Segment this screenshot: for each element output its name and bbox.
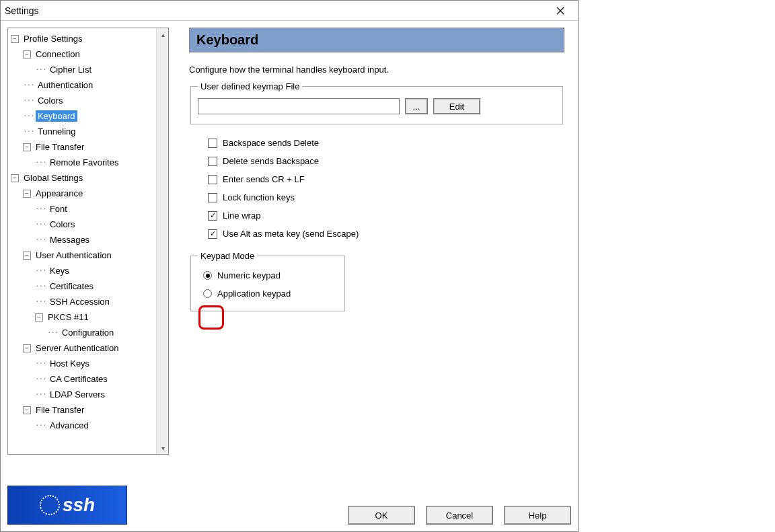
tree-leaf-icon: ···: [35, 235, 46, 244]
tree-file-transfer[interactable]: − File Transfer: [23, 139, 155, 155]
pane-header: Keyboard: [189, 28, 564, 52]
collapse-icon[interactable]: −: [11, 35, 19, 43]
tree-tunneling[interactable]: ···Tunneling: [23, 124, 155, 139]
tree-font[interactable]: ···Font: [35, 201, 155, 217]
checkbox-icon: [208, 229, 217, 239]
tree-certificates[interactable]: ···Certificates: [35, 278, 155, 294]
titlebar: Settings: [1, 1, 578, 21]
checkbox-enter-sends-crlf[interactable]: Enter sends CR + LF: [208, 174, 564, 184]
tree-leaf-icon: ···: [35, 158, 46, 167]
close-button[interactable]: [547, 1, 574, 20]
settings-pane: Keyboard Configure how the terminal hand…: [169, 28, 571, 471]
tree-leaf-icon: ···: [23, 96, 34, 105]
browse-button[interactable]: ...: [405, 98, 428, 114]
settings-window: Settings − Profile Settings: [0, 0, 579, 532]
tree-messages[interactable]: ···Messages: [35, 232, 155, 248]
keymap-file-input[interactable]: [198, 98, 400, 114]
scroll-down-icon[interactable]: ▾: [157, 442, 169, 454]
logo-dots-icon: [40, 495, 60, 515]
ok-button[interactable]: OK: [348, 506, 415, 525]
close-icon: [556, 7, 564, 15]
keypad-group-label: Keypad Mode: [198, 251, 257, 261]
tree-leaf-icon: ···: [35, 220, 46, 229]
keyboard-options: Backspace sends Delete Delete sends Back…: [208, 138, 564, 239]
settings-tree: − Profile Settings − Connection: [7, 28, 169, 455]
tree-keys[interactable]: ···Keys: [35, 263, 155, 278]
tree-user-authentication[interactable]: − User Authentication: [23, 248, 155, 263]
collapse-icon[interactable]: −: [23, 190, 31, 198]
collapse-icon[interactable]: −: [23, 344, 31, 352]
checkbox-icon: [208, 139, 217, 148]
checkbox-label: Delete sends Backspace: [223, 156, 319, 166]
collapse-icon[interactable]: −: [11, 174, 19, 182]
tree-leaf-icon: ···: [35, 421, 46, 430]
keymap-group: User defined keymap File ... Edit: [190, 81, 563, 124]
tree-keyboard[interactable]: ···Keyboard: [23, 108, 155, 124]
checkbox-alt-meta[interactable]: Use Alt as meta key (send Escape): [208, 229, 564, 239]
logo-text: ssh: [63, 494, 95, 516]
checkbox-label: Lock function keys: [223, 192, 295, 202]
tree-leaf-icon: ···: [35, 375, 46, 383]
checkbox-label: Use Alt as meta key (send Escape): [223, 229, 359, 239]
radio-label: Application keypad: [217, 289, 291, 299]
tree-leaf-icon: ···: [35, 297, 46, 306]
tree-ca-certificates[interactable]: ···CA Certificates: [35, 371, 155, 387]
edit-button[interactable]: Edit: [433, 98, 480, 114]
tree-profile-settings[interactable]: − Profile Settings: [11, 31, 155, 46]
tree-leaf-icon: ···: [23, 127, 34, 136]
window-title: Settings: [5, 5, 547, 16]
tree-colors[interactable]: ···Colors: [23, 93, 155, 108]
tree-connection[interactable]: − Connection: [23, 46, 155, 62]
tree-global-file-transfer[interactable]: − File Transfer: [23, 402, 155, 418]
tree-leaf-icon: ···: [35, 204, 46, 213]
checkbox-icon: [208, 157, 217, 166]
tree-cipher-list[interactable]: ···Cipher List: [35, 62, 155, 77]
checkbox-icon: [208, 175, 217, 184]
scroll-up-icon[interactable]: ▴: [157, 28, 169, 40]
radio-numeric-keypad[interactable]: Numeric keypad: [203, 270, 335, 280]
help-button[interactable]: Help: [504, 506, 571, 525]
tree-scrollbar[interactable]: ▴ ▾: [156, 28, 168, 454]
radio-application-keypad[interactable]: Application keypad: [203, 289, 335, 299]
pane-description: Configure how the terminal handles keybo…: [189, 65, 564, 75]
radio-icon: [203, 289, 212, 298]
tree-leaf-icon: ···: [23, 81, 34, 89]
tree-global-colors[interactable]: ···Colors: [35, 217, 155, 232]
checkbox-icon: [208, 193, 217, 202]
tree-appearance[interactable]: − Appearance: [23, 186, 155, 201]
tree-server-authentication[interactable]: − Server Authentication: [23, 340, 155, 356]
checkbox-line-wrap[interactable]: Line wrap: [208, 211, 564, 221]
tree-ldap-servers[interactable]: ···LDAP Servers: [35, 387, 155, 402]
collapse-icon[interactable]: −: [23, 50, 31, 59]
tree-authentication[interactable]: ···Authentication: [23, 77, 155, 93]
collapse-icon[interactable]: −: [23, 143, 31, 151]
cancel-button[interactable]: Cancel: [426, 506, 493, 525]
radio-icon: [203, 271, 212, 280]
checkbox-lock-function-keys[interactable]: Lock function keys: [208, 192, 564, 202]
checkbox-icon: [208, 211, 217, 221]
tree-leaf-icon: ···: [35, 282, 46, 291]
checkbox-label: Line wrap: [223, 211, 260, 221]
ssh-logo: ssh: [7, 486, 127, 525]
dialog-footer: ssh OK Cancel Help: [7, 506, 571, 525]
tree-leaf-icon: ···: [35, 390, 46, 399]
tree-configuration[interactable]: ···Configuration: [47, 325, 155, 340]
tree-global-settings[interactable]: − Global Settings: [11, 170, 155, 186]
checkbox-label: Backspace sends Delete: [223, 138, 319, 148]
tree-leaf-icon: ···: [35, 359, 46, 368]
collapse-icon[interactable]: −: [23, 406, 31, 414]
checkbox-delete-sends-backspace[interactable]: Delete sends Backspace: [208, 156, 564, 166]
collapse-icon[interactable]: −: [23, 252, 31, 260]
checkbox-label: Enter sends CR + LF: [223, 174, 305, 184]
tree-advanced[interactable]: ···Advanced: [35, 418, 155, 433]
tree-ssh-accession[interactable]: ···SSH Accession: [35, 294, 155, 309]
collapse-icon[interactable]: −: [35, 313, 43, 321]
keymap-group-label: User defined keymap File: [198, 81, 302, 91]
tree-remote-favorites[interactable]: ···Remote Favorites: [35, 155, 155, 170]
checkbox-backspace-sends-delete[interactable]: Backspace sends Delete: [208, 138, 564, 148]
tree-host-keys[interactable]: ···Host Keys: [35, 356, 155, 371]
tree-pkcs11[interactable]: − PKCS #11: [35, 309, 155, 325]
keypad-mode-group: Keypad Mode Numeric keypad Application k…: [190, 251, 345, 311]
tree-leaf-icon: ···: [23, 112, 34, 120]
tree-leaf-icon: ···: [35, 65, 46, 74]
